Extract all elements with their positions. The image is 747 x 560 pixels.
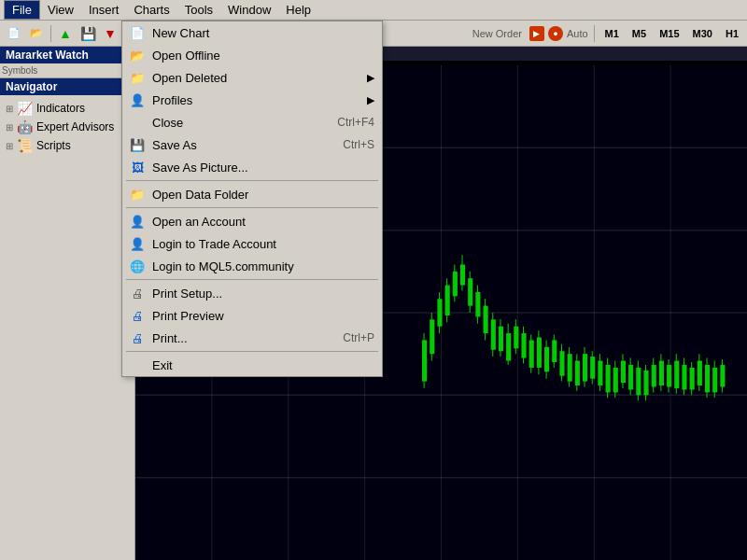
data-folder-icon: 📁 [128, 186, 147, 203]
file-dropdown-menu: 📄 New Chart 📂 Open Offline 📁 Open Delete… [121, 21, 383, 377]
tf-m1[interactable]: M1 [600, 26, 624, 41]
scripts-icon: 📜 [17, 138, 33, 153]
symbols-label: Symbols [2, 65, 133, 76]
save-btn[interactable]: 💾 [78, 23, 98, 44]
new-chart-label: New Chart [152, 26, 209, 40]
open-deleted-icon: 📁 [128, 69, 147, 86]
expert-advisors-icon: 🤖 [17, 119, 33, 134]
print-setup-icon: 🖨 [128, 285, 147, 301]
separator-2 [126, 207, 378, 208]
print-preview-icon: 🖨 [128, 307, 147, 324]
nav-indicators[interactable]: ⊞ 📈 Indicators [4, 99, 131, 118]
login-mql5-icon: 🌐 [128, 258, 147, 274]
menu-profiles[interactable]: 👤 Profiles ▶ [122, 89, 382, 111]
menu-print-setup[interactable]: 🖨 Print Setup... [122, 282, 382, 304]
menu-open-offline[interactable]: 📂 Open Offline [122, 44, 382, 66]
profiles-arrow: ▶ [358, 94, 374, 106]
open-account-label: Open an Account [152, 215, 246, 229]
close-menu-icon [128, 114, 147, 131]
nav-expert-advisors[interactable]: ⊞ 🤖 Expert Advisors [4, 118, 131, 136]
login-mql5-label: Login to MQL5.community [152, 259, 294, 273]
indicators-label: Indicators [36, 102, 85, 115]
open-deleted-arrow: ▶ [358, 72, 374, 84]
scripts-label: Scripts [36, 139, 71, 152]
tf-h1[interactable]: H1 [721, 26, 743, 41]
market-watch-content: Symbols [0, 63, 134, 77]
save-picture-icon: 🖼 [128, 159, 147, 175]
open-toolbar-btn[interactable]: 📂 [26, 23, 47, 44]
menu-open-deleted[interactable]: 📁 Open Deleted ▶ [122, 66, 382, 89]
open-data-folder-label: Open Data Folder [152, 188, 248, 202]
indicators-icon: 📈 [17, 101, 33, 116]
arrow-up-green-btn[interactable]: ▲ [55, 23, 76, 44]
menu-help[interactable]: Help [278, 1, 318, 19]
nav-scripts[interactable]: ⊞ 📜 Scripts [4, 136, 131, 155]
menu-open-data-folder[interactable]: 📁 Open Data Folder [122, 183, 382, 205]
new-chart-toolbar-btn[interactable]: 📄 [4, 23, 24, 44]
record-btn[interactable]: ● [548, 26, 563, 41]
nav-tree: ⊞ 📈 Indicators ⊞ 🤖 Expert Advisors ⊞ 📜 S… [0, 95, 134, 159]
market-watch-title: Mararket Watch [0, 47, 134, 63]
save-as-picture-label: Save As Picture... [152, 161, 248, 175]
menu-open-account[interactable]: 👤 Open an Account [122, 210, 382, 232]
print-preview-label: Print Preview [152, 309, 224, 323]
menu-tools[interactable]: Tools [177, 1, 220, 19]
menu-insert[interactable]: Insert [81, 1, 127, 19]
tf-m30[interactable]: M30 [688, 26, 717, 41]
profiles-icon: 👤 [128, 91, 147, 108]
print-setup-label: Print Setup... [152, 287, 222, 301]
navigator-panel: Navigator ⊞ 📈 Indicators ⊞ 🤖 Expert Advi… [0, 78, 134, 560]
print-icon: 🖨 [128, 329, 147, 346]
profiles-label: Profiles [152, 93, 192, 107]
menu-charts[interactable]: Charts [126, 1, 176, 19]
menu-save-as-picture[interactable]: 🖼 Save As Picture... [122, 156, 382, 178]
menu-bar: File View Insert Charts Tools Window Hel… [0, 0, 747, 21]
menu-print-preview[interactable]: 🖨 Print Preview [122, 304, 382, 327]
menu-login-trade[interactable]: 👤 Login to Trade Account [122, 232, 382, 255]
market-watch-section: Mararket Watch Symbols [0, 47, 134, 78]
save-as-shortcut: Ctrl+S [315, 138, 374, 151]
menu-login-mql5[interactable]: 🌐 Login to MQL5.community [122, 255, 382, 277]
toolbar-sep-1 [50, 25, 51, 42]
separator-1 [126, 180, 378, 181]
open-account-icon: 👤 [128, 213, 147, 230]
login-trade-label: Login to Trade Account [152, 237, 276, 251]
print-shortcut: Ctrl+P [315, 331, 374, 344]
tf-m5[interactable]: M5 [627, 26, 651, 41]
expand-icon-scripts: ⊞ [6, 141, 13, 151]
close-shortcut: Ctrl+F4 [309, 116, 374, 129]
separator-3 [126, 279, 378, 280]
login-trade-icon: 👤 [128, 235, 147, 252]
menu-file[interactable]: File [4, 0, 40, 20]
expand-icon-ea: ⊞ [6, 122, 13, 133]
menu-close[interactable]: Close Ctrl+F4 [122, 111, 382, 133]
close-label: Close [152, 116, 183, 130]
new-order-icon[interactable]: ▶ [529, 26, 544, 41]
save-as-label: Save As [152, 138, 197, 152]
toolbar-sep-3 [594, 25, 595, 42]
menu-save-as[interactable]: 💾 Save As Ctrl+S [122, 133, 382, 156]
separator-4 [126, 351, 378, 352]
sidebar: Mararket Watch Symbols Navigator ⊞ 📈 Ind… [0, 47, 135, 560]
expand-icon-indicators: ⊞ [6, 104, 13, 114]
menu-print[interactable]: 🖨 Print... Ctrl+P [122, 327, 382, 349]
menu-window[interactable]: Window [220, 1, 278, 19]
auto-label: Auto [567, 28, 588, 39]
open-offline-icon: 📂 [128, 47, 147, 63]
save-as-icon: 💾 [128, 136, 147, 153]
exit-label: Exit [152, 358, 173, 372]
navigator-title: Navigator [0, 78, 134, 95]
open-deleted-label: Open Deleted [152, 71, 227, 85]
arrow-down-red-btn[interactable]: ▼ [100, 23, 120, 44]
tf-m15[interactable]: M15 [655, 26, 684, 41]
expert-advisors-label: Expert Advisors [36, 120, 114, 133]
print-label: Print... [152, 331, 188, 345]
new-order-label: New Order [472, 28, 522, 39]
exit-icon [128, 357, 147, 373]
new-chart-icon: 📄 [128, 24, 147, 41]
menu-new-chart[interactable]: 📄 New Chart [122, 21, 382, 44]
menu-exit[interactable]: Exit [122, 354, 382, 376]
toolbar-right: New Order ▶ ● Auto M1 M5 M15 M30 H1 [472, 25, 743, 42]
open-offline-label: Open Offline [152, 49, 220, 63]
menu-view[interactable]: View [40, 1, 81, 19]
